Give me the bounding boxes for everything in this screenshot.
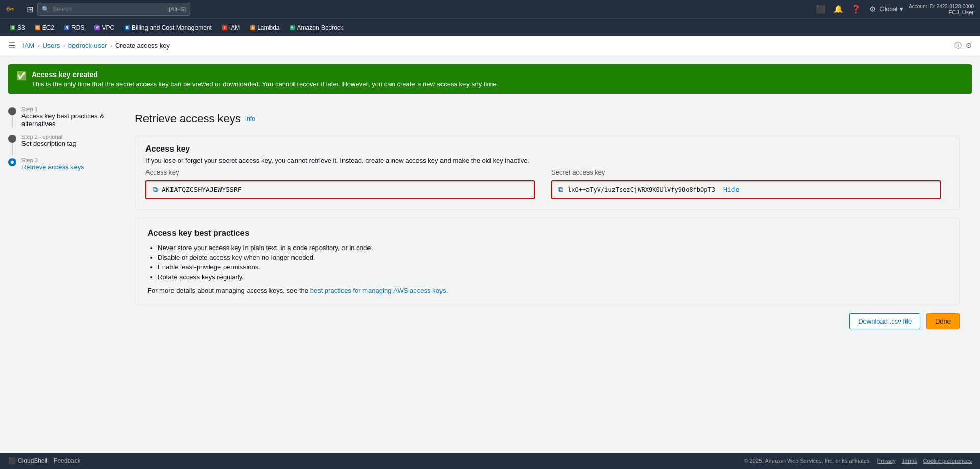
iam-icon: I (222, 25, 227, 30)
secret-key-value-box: ⧉ lxO++aTyV/iuzTsezCjWRX9K0UlVfy9Oo8fbOp… (551, 180, 941, 199)
apps-grid-icon[interactable]: ⊞ (27, 5, 33, 14)
best-practices-list: Never store your access key in plain tex… (148, 244, 947, 281)
step1-name: Access key best practices & alternatives (21, 112, 110, 128)
menu-icon[interactable]: ☰ (8, 41, 15, 51)
help-icon[interactable]: ❓ (851, 5, 861, 14)
bp-item-1: Never store your access key in plain tex… (158, 244, 947, 252)
access-key-value: AKIATQZCSHYAJEWY5SRF (162, 186, 242, 193)
ec2-icon: E (35, 25, 40, 30)
keys-row: Access key ⧉ AKIATQZCSHYAJEWY5SRF Secret… (135, 168, 959, 209)
search-shortcut: [Alt+S] (169, 6, 186, 12)
svg-point-1 (10, 109, 15, 114)
terminal-icon[interactable]: ⬛ (816, 5, 825, 14)
settings-icon[interactable]: ⚙ (869, 5, 876, 14)
rds-icon: R (64, 25, 69, 30)
service-ec2[interactable]: E EC2 (31, 22, 58, 33)
best-practices-footer: For more details about managing access k… (148, 287, 947, 294)
breadcrumb-create-key: Create access key (115, 42, 170, 50)
access-key-section: Access key If you lose or forget your se… (135, 136, 960, 210)
search-bar[interactable]: 🔍 [Alt+S] (37, 3, 190, 16)
best-practices-title: Access key best practices (148, 229, 947, 238)
svg-text:aws: aws (6, 7, 14, 11)
service-bar: S S3 E EC2 R RDS V VPC B Billing and Cos… (0, 18, 980, 36)
best-practices-link[interactable]: best practices for managing AWS access k… (310, 287, 448, 294)
secret-key-label: Secret access key (551, 168, 949, 176)
bp-item-2: Disable or delete access key when no lon… (158, 254, 947, 261)
bp-item-3: Enable least-privilege permissions. (158, 263, 947, 271)
breadcrumb-bedrock-user[interactable]: bedrock-user (68, 42, 107, 50)
access-key-column: Access key ⧉ AKIATQZCSHYAJEWY5SRF (145, 168, 543, 199)
best-practices-section: Access key best practices Never store yo… (135, 218, 960, 305)
service-s3[interactable]: S S3 (6, 22, 29, 33)
info-link[interactable]: Info (245, 115, 255, 122)
service-bedrock[interactable]: A Amazon Bedrock (286, 22, 348, 33)
main-card: Retrieve access keys Info Access key If … (122, 102, 972, 341)
search-input[interactable] (53, 6, 166, 13)
page-title: Retrieve access keys Info (135, 112, 960, 126)
info-circle-icon[interactable]: ⓘ (954, 41, 962, 51)
bp-item-4: Rotate access keys regularly. (158, 273, 947, 281)
success-message: This is the only time that the secret ac… (32, 80, 498, 88)
action-bar: Download .csv file Done (135, 305, 960, 331)
service-billing[interactable]: B Billing and Cost Management (120, 22, 216, 33)
hide-key-link[interactable]: Hide (723, 186, 739, 193)
main-content: Step 1 Access key best practices & alter… (0, 102, 980, 350)
secret-key-value: lxO++aTyV/iuzTsezCjWRX9K0UlVfy9Oo8fbOpT3 (568, 186, 715, 193)
billing-icon: B (125, 25, 130, 30)
breadcrumb-users[interactable]: Users (42, 42, 60, 50)
done-button[interactable]: Done (926, 313, 960, 329)
search-icon: 🔍 (42, 6, 50, 13)
sidebar-steps: Step 1 Access key best practices & alter… (8, 102, 110, 341)
bell-icon[interactable]: 🔔 (834, 5, 843, 14)
region-selector[interactable]: Global ▼ (880, 6, 905, 13)
service-vpc[interactable]: V VPC (90, 22, 118, 33)
copy-secret-key-icon[interactable]: ⧉ (558, 185, 564, 194)
service-lambda[interactable]: λ Lambda (246, 22, 283, 33)
top-navigation: aws ⊞ 🔍 [Alt+S] ⬛ 🔔 ❓ ⚙ Global ▼ Account… (0, 0, 980, 18)
step3-name[interactable]: Retrieve access keys (21, 163, 84, 171)
lambda-icon: λ (250, 25, 255, 30)
bedrock-icon: A (290, 25, 295, 30)
step2-circle (8, 135, 16, 143)
breadcrumb-iam[interactable]: IAM (22, 42, 34, 50)
aws-logo[interactable]: aws (6, 3, 18, 15)
access-key-description: If you lose or forget your secret access… (145, 157, 949, 164)
download-csv-button[interactable]: Download .csv file (849, 313, 920, 329)
card-body: Retrieve access keys Info Access key If … (122, 102, 972, 341)
account-info[interactable]: Account ID: 2422-0128-0000 FCJ_User (909, 4, 974, 15)
success-title: Access key created (32, 70, 498, 79)
step2-num: Step 2 - optional (21, 134, 77, 140)
svg-point-3 (11, 161, 14, 164)
step3-circle (8, 158, 16, 166)
svg-point-2 (10, 136, 15, 141)
access-key-label: Access key (145, 168, 543, 176)
success-banner: ✅ Access key created This is the only ti… (8, 64, 972, 94)
vpc-icon: V (94, 25, 100, 30)
copy-access-key-icon[interactable]: ⧉ (153, 185, 158, 194)
step1-num: Step 1 (21, 106, 110, 112)
step3-num: Step 3 (21, 157, 84, 163)
service-rds[interactable]: R RDS (60, 22, 88, 33)
step2-name: Set description tag (21, 140, 77, 147)
access-key-value-box: ⧉ AKIATQZCSHYAJEWY5SRF (145, 180, 535, 199)
success-check-icon: ✅ (16, 71, 27, 81)
settings-circle-icon[interactable]: ⊙ (966, 41, 972, 51)
step1-circle (8, 107, 16, 115)
nav-icons: ⬛ 🔔 ❓ ⚙ (816, 5, 876, 14)
s3-icon: S (10, 25, 15, 30)
service-iam[interactable]: I IAM (218, 22, 244, 33)
breadcrumb: ☰ IAM › Users › bedrock-user › Create ac… (0, 36, 980, 56)
access-key-title: Access key (145, 144, 949, 154)
secret-key-column: Secret access key ⧉ lxO++aTyV/iuzTsezCjW… (551, 168, 949, 199)
